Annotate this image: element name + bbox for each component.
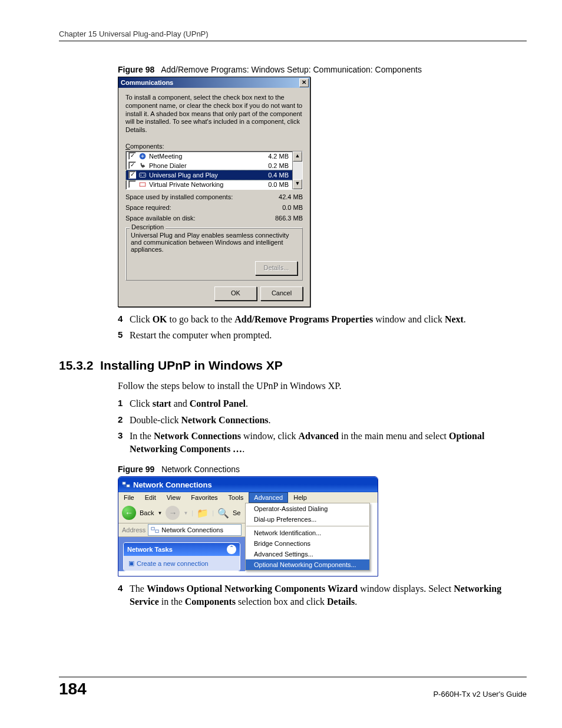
dialog-titlebar: Communications ✕ xyxy=(118,77,310,88)
menuitem[interactable]: Optional Networking Components... xyxy=(246,559,369,570)
svg-rect-5 xyxy=(140,183,146,186)
collapse-icon[interactable]: ˆ xyxy=(227,545,236,554)
section-heading: 15.3.2 Installing UPnP in Windows XP xyxy=(59,358,527,373)
close-icon[interactable]: ✕ xyxy=(299,78,309,87)
network-tasks-header: Network Tasks xyxy=(127,546,173,553)
component-name: Phone Dialer xyxy=(149,162,266,169)
menuitem[interactable]: Dial-up Preferences... xyxy=(246,514,369,525)
xp-menubar[interactable]: FileEditViewFavoritesToolsAdvancedHelp xyxy=(118,492,378,503)
svg-rect-7 xyxy=(127,485,130,487)
menuitem[interactable]: Network Identification... xyxy=(246,528,369,538)
section-intro: Follow the steps below to install the UP… xyxy=(118,381,527,391)
back-icon[interactable]: ← xyxy=(122,506,136,520)
component-name: NetMeeting xyxy=(149,153,266,160)
component-size: 4.2 MB xyxy=(268,153,290,160)
menu-file[interactable]: File xyxy=(118,492,140,503)
communications-dialog: Communications ✕ To install a component,… xyxy=(118,77,310,307)
step-4b: 4 The Windows Optional Networking Compon… xyxy=(118,582,527,608)
step-3: 3 In the Network Connections window, cli… xyxy=(118,430,527,455)
menu-view[interactable]: View xyxy=(161,492,186,503)
component-icon xyxy=(138,171,147,179)
checkbox-icon[interactable]: ✓ xyxy=(128,152,136,160)
component-icon xyxy=(138,152,147,160)
checkbox-icon[interactable]: ✓ xyxy=(128,162,136,169)
running-header: Chapter 15 Universal Plug-and-Play (UPnP… xyxy=(59,29,527,41)
search-icon[interactable]: 🔍 xyxy=(217,508,229,519)
menuitem[interactable]: Advanced Settings... xyxy=(246,549,369,559)
back-dropdown-icon[interactable]: ▼ xyxy=(157,510,162,516)
description-legend: Description xyxy=(130,223,166,230)
network-tasks-panel: Network Tasks ˆ ▣ Create a new connectio… xyxy=(123,542,240,571)
netconn-icon xyxy=(122,480,130,489)
menuitem[interactable]: Bridge Connections xyxy=(246,538,369,549)
component-name: Universal Plug and Play xyxy=(149,172,266,179)
scroll-up-icon[interactable]: ▲ xyxy=(293,151,302,162)
scrollbar[interactable]: ▲ ▼ xyxy=(292,151,302,189)
xp-address-bar: Address Network Connections xyxy=(118,523,245,537)
component-name: Virtual Private Networking xyxy=(149,181,266,188)
component-row[interactable]: ✓NetMeeting4.2 MB xyxy=(126,151,292,161)
page-footer: 184 P-660H-Tx v2 User's Guide xyxy=(59,677,527,699)
space-req-label: Space required: xyxy=(125,204,171,211)
svg-rect-8 xyxy=(151,528,154,530)
scroll-down-icon[interactable]: ▼ xyxy=(293,179,302,189)
svg-rect-1 xyxy=(140,173,146,177)
space-avail-label: Space available on disk: xyxy=(125,215,196,222)
component-size: 0.4 MB xyxy=(268,172,290,179)
component-row[interactable]: ✓Phone Dialer0.2 MB xyxy=(126,161,292,170)
checkbox-icon[interactable]: ✓ xyxy=(128,171,136,179)
components-listbox[interactable]: ✓NetMeeting4.2 MB✓Phone Dialer0.2 MB✓Uni… xyxy=(125,151,303,190)
cancel-button[interactable]: Cancel xyxy=(260,286,303,301)
svg-point-2 xyxy=(141,174,142,176)
svg-point-3 xyxy=(144,174,145,176)
wizard-icon: ▣ xyxy=(128,559,134,567)
component-row[interactable]: ✓Universal Plug and Play0.4 MB xyxy=(125,170,293,180)
checkbox-icon[interactable] xyxy=(128,180,136,188)
component-row[interactable]: Virtual Private Networking0.0 MB xyxy=(126,180,292,189)
address-icon xyxy=(151,526,159,534)
address-label: Address xyxy=(122,526,146,533)
xp-titlebar: Network Connections xyxy=(118,477,378,492)
details-button: Details... xyxy=(255,261,297,275)
address-input[interactable]: Network Connections xyxy=(148,524,242,536)
menu-favorites[interactable]: Favorites xyxy=(186,492,223,503)
space-used-value: 42.4 MB xyxy=(279,193,303,200)
menu-help[interactable]: Help xyxy=(288,492,312,503)
steps-after-fig99: 4 The Windows Optional Networking Compon… xyxy=(118,582,527,608)
xp-toolbar: ← Back ▼ → ▼ | 📁 | 🔍 Se xyxy=(118,503,245,523)
advanced-menu-dropdown[interactable]: Operator-Assisted DialingDial-up Prefere… xyxy=(245,503,370,571)
menuitem[interactable]: Operator-Assisted Dialing xyxy=(246,503,369,514)
description-text: Universal Plug and Play enables seamless… xyxy=(131,232,297,253)
space-avail-value: 866.3 MB xyxy=(275,215,303,222)
figure99-caption: Figure 99 Network Connections xyxy=(118,465,527,474)
figure98-caption: Figure 98 Add/Remove Programs: Windows S… xyxy=(118,65,527,74)
menu-advanced[interactable]: Advanced xyxy=(249,492,288,503)
create-connection-link[interactable]: ▣ Create a new connection xyxy=(128,559,235,567)
network-connections-window: Network Connections FileEditViewFavorite… xyxy=(118,476,378,577)
menu-tools[interactable]: Tools xyxy=(223,492,249,503)
menu-edit[interactable]: Edit xyxy=(140,492,161,503)
fwd-dropdown-icon: ▼ xyxy=(183,510,188,516)
ok-button[interactable]: OK xyxy=(214,286,257,301)
steps-xp: 1 Click start and Control Panel. 2 Doubl… xyxy=(118,397,527,455)
step-2: 2 Double-click Network Connections. xyxy=(118,414,527,427)
dialog-title: Communications xyxy=(121,79,173,86)
dialog-instructions: To install a component, select the check… xyxy=(125,94,303,134)
space-req-value: 0.0 MB xyxy=(282,204,303,211)
space-used-label: Space used by installed components: xyxy=(125,193,233,200)
step-5: 5 Restart the computer when prompted. xyxy=(118,329,527,342)
guide-title: P-660H-Tx v2 User's Guide xyxy=(433,690,527,699)
step-1: 1 Click start and Control Panel. xyxy=(118,397,527,410)
back-label[interactable]: Back xyxy=(140,509,154,516)
up-folder-icon[interactable]: 📁 xyxy=(197,508,209,519)
page-number: 184 xyxy=(59,680,87,699)
search-label[interactable]: Se xyxy=(233,509,240,516)
component-icon xyxy=(138,162,147,170)
forward-icon: → xyxy=(166,506,180,520)
component-size: 0.2 MB xyxy=(268,162,290,169)
component-size: 0.0 MB xyxy=(268,181,290,188)
svg-rect-6 xyxy=(123,482,125,485)
component-icon xyxy=(138,180,147,189)
svg-rect-9 xyxy=(156,530,158,532)
steps-after-fig98: 4 Click OK to go back to the Add/Remove … xyxy=(118,313,527,342)
